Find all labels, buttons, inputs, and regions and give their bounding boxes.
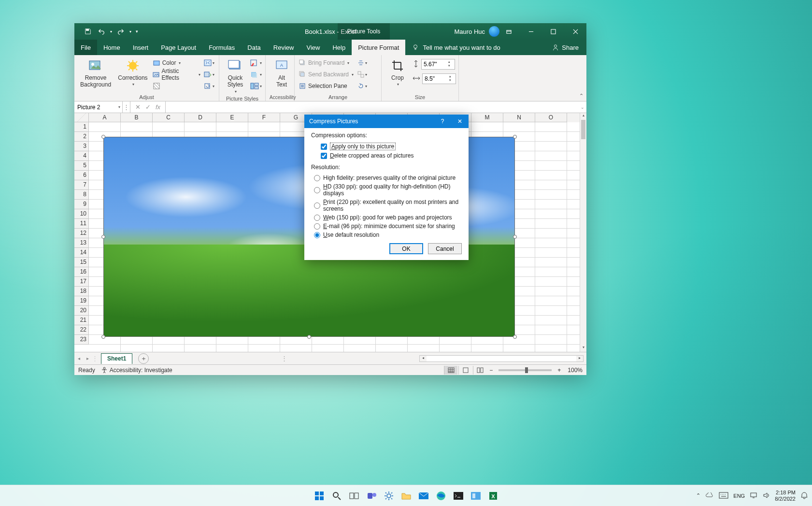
onedrive-icon[interactable] — [705, 492, 714, 499]
app-icon[interactable] — [469, 489, 483, 503]
change-picture-button[interactable]: ▾ — [203, 70, 215, 79]
compress-pictures-button[interactable]: ▾ — [203, 58, 215, 68]
task-view-icon[interactable] — [347, 489, 361, 503]
add-sheet-button[interactable]: ＋ — [138, 353, 149, 364]
tab-insert[interactable]: Insert — [127, 40, 155, 55]
column-header[interactable]: E — [216, 113, 248, 122]
column-header[interactable]: C — [153, 113, 185, 122]
row-header[interactable]: 10 — [74, 209, 89, 219]
apply-only-checkbox[interactable] — [321, 144, 327, 150]
row-header[interactable]: 7 — [74, 180, 89, 190]
row-header[interactable]: 13 — [74, 238, 89, 248]
share-button[interactable]: Share — [552, 40, 586, 55]
tab-view[interactable]: View — [300, 40, 326, 55]
zoom-out-button[interactable]: − — [487, 367, 495, 374]
row-header[interactable]: 4 — [74, 151, 89, 161]
excel-taskbar-icon[interactable]: X — [486, 489, 500, 503]
row-header[interactable]: 11 — [74, 219, 89, 229]
row-header[interactable]: 18 — [74, 287, 89, 296]
collapse-ribbon-icon[interactable]: ⌃ — [579, 93, 584, 99]
row-header[interactable]: 8 — [74, 190, 89, 200]
row-header[interactable]: 20 — [74, 306, 89, 316]
selection-pane-button[interactable]: Selection Pane — [299, 81, 354, 91]
column-header[interactable]: M — [471, 113, 503, 122]
redo-dropdown[interactable]: ▾ — [128, 25, 133, 38]
tab-file[interactable]: File — [74, 40, 97, 55]
rotate-button[interactable]: ▾ — [356, 81, 368, 91]
row-header[interactable]: 5 — [74, 161, 89, 171]
page-break-view-icon[interactable] — [473, 366, 486, 375]
alt-text-button[interactable]: A Alt Text — [270, 57, 294, 89]
column-header[interactable]: B — [121, 113, 153, 122]
search-icon[interactable] — [330, 489, 343, 503]
maximize-button[interactable] — [542, 24, 564, 39]
quick-styles-button[interactable]: Quick Styles▾ — [223, 57, 247, 95]
keyboard-icon[interactable] — [719, 492, 728, 500]
tab-formulas[interactable]: Formulas — [202, 40, 241, 55]
cancel-entry-icon[interactable]: ✕ — [135, 103, 141, 111]
clock[interactable]: 2:18 PM 8/2/2022 — [775, 490, 796, 501]
reset-picture-button[interactable]: ▾ — [203, 81, 215, 91]
name-box[interactable]: Picture 2▾ — [74, 101, 123, 113]
undo-dropdown[interactable]: ▾ — [108, 25, 114, 38]
column-header[interactable]: O — [535, 113, 567, 122]
language-indicator[interactable]: ENG — [733, 493, 745, 499]
undo-button[interactable] — [95, 25, 108, 38]
align-button[interactable]: ▾ — [356, 58, 368, 68]
column-header[interactable]: N — [503, 113, 535, 122]
column-header[interactable]: D — [185, 113, 216, 122]
row-header[interactable]: 2 — [74, 132, 89, 142]
zoom-slider[interactable] — [499, 369, 552, 371]
zoom-level[interactable]: 100% — [568, 367, 583, 374]
network-icon[interactable] — [750, 492, 757, 500]
tell-me-search[interactable]: Tell me what you want to do — [405, 40, 500, 55]
picture-effects-button[interactable]: ▾ — [250, 70, 262, 79]
mail-icon[interactable] — [417, 489, 430, 503]
select-all-cell[interactable] — [74, 113, 89, 122]
row-header[interactable]: 14 — [74, 248, 89, 258]
tab-review[interactable]: Review — [267, 40, 300, 55]
normal-view-icon[interactable] — [444, 366, 457, 375]
hd-radio[interactable] — [314, 187, 320, 193]
save-icon[interactable] — [81, 25, 95, 38]
edge-icon[interactable] — [434, 489, 448, 503]
sheet-tab-1[interactable]: Sheet1 — [101, 353, 132, 364]
sheet-nav-prev[interactable]: ◂ — [74, 356, 83, 361]
column-header[interactable]: A — [89, 113, 121, 122]
horizontal-scrollbar[interactable]: ◂ ▸ — [419, 355, 584, 362]
row-header[interactable]: 6 — [74, 171, 89, 180]
transparency-button[interactable] — [153, 81, 200, 91]
web-radio[interactable] — [314, 215, 320, 221]
row-header[interactable]: 12 — [74, 229, 89, 238]
teams-icon[interactable] — [365, 489, 378, 503]
remove-background-button[interactable]: Remove Background — [78, 57, 113, 89]
row-header[interactable]: 15 — [74, 258, 89, 267]
close-button[interactable] — [564, 24, 586, 39]
zoom-in-button[interactable]: + — [556, 367, 563, 374]
default-radio[interactable] — [314, 232, 320, 238]
bring-forward-button[interactable]: Bring Forward▾ — [299, 58, 354, 68]
picture-layout-button[interactable]: ▾ — [250, 81, 262, 91]
accessibility-status[interactable]: Accessibility: Investigate — [101, 367, 172, 374]
sheet-nav-next[interactable]: ▸ — [83, 356, 92, 361]
ok-button[interactable]: OK — [389, 243, 423, 254]
volume-icon[interactable] — [762, 492, 770, 500]
tray-chevron-icon[interactable]: ⌃ — [696, 492, 700, 499]
row-header[interactable]: 22 — [74, 325, 89, 335]
start-button[interactable] — [313, 489, 326, 503]
color-button[interactable]: Color▾ — [153, 58, 200, 68]
delete-cropped-checkbox[interactable] — [321, 153, 327, 159]
width-input[interactable]: 8.5"▴▾ — [422, 73, 456, 84]
tab-page-layout[interactable]: Page Layout — [155, 40, 202, 55]
cancel-button[interactable]: Cancel — [428, 243, 462, 254]
crop-button[interactable]: Crop▾ — [385, 57, 410, 88]
page-layout-view-icon[interactable] — [458, 366, 472, 375]
expand-formula-bar-icon[interactable]: ⌄ — [581, 105, 584, 110]
tab-data[interactable]: Data — [241, 40, 267, 55]
tab-home[interactable]: Home — [97, 40, 127, 55]
row-header[interactable]: 21 — [74, 316, 89, 325]
terminal-icon[interactable] — [452, 489, 465, 503]
row-header[interactable]: 16 — [74, 267, 89, 277]
row-header[interactable]: 3 — [74, 142, 89, 151]
notifications-icon[interactable] — [800, 492, 808, 500]
